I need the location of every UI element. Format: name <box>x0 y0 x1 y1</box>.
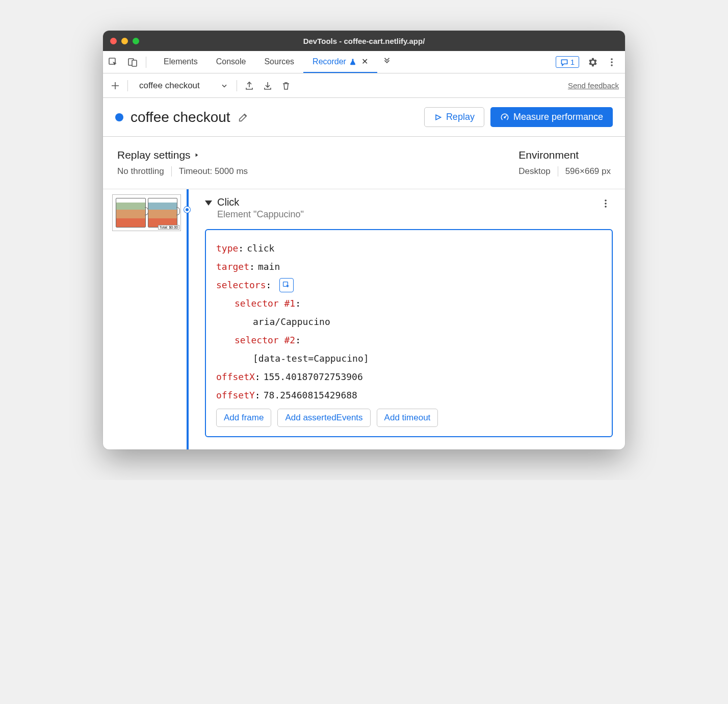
step-title: Click <box>217 196 304 208</box>
svg-point-6 <box>504 116 505 117</box>
tab-recorder[interactable]: Recorder ✕ <box>303 51 377 73</box>
minimize-window-button[interactable] <box>121 38 128 44</box>
window-title: DevTools - coffee-cart.netlify.app/ <box>103 37 625 45</box>
gauge-icon <box>500 113 509 122</box>
devtools-window: DevTools - coffee-cart.netlify.app/ Elem… <box>103 31 625 449</box>
environment-header: Environment <box>518 149 611 161</box>
recording-indicator <box>115 113 123 121</box>
detail-key-sel1: selector #1 <box>235 294 295 313</box>
svg-rect-2 <box>132 60 137 66</box>
divider <box>558 166 558 177</box>
detail-val-target[interactable]: main <box>258 258 280 276</box>
svg-point-5 <box>611 64 613 66</box>
thumb-cup <box>148 198 178 228</box>
divider <box>237 80 237 91</box>
detail-key-type: type <box>216 239 238 258</box>
issue-icon <box>560 58 568 66</box>
thumbnail-column: Total: $0.00 <box>103 189 185 449</box>
close-tab-icon[interactable]: ✕ <box>361 57 368 66</box>
recording-name: coffee checkout <box>139 81 200 91</box>
divider <box>127 80 128 91</box>
detail-val-sel1[interactable]: aria/Cappucino <box>253 313 330 331</box>
timeline-rail <box>187 189 202 449</box>
svg-point-4 <box>611 61 613 63</box>
delete-icon[interactable] <box>280 80 292 92</box>
play-icon <box>434 113 442 121</box>
tab-label: Console <box>216 57 246 66</box>
step-panel: Click Element "Cappucino" type: click ta… <box>202 189 625 449</box>
divider <box>171 166 172 177</box>
inspect-icon[interactable] <box>107 56 119 68</box>
add-timeout-button[interactable]: Add timeout <box>377 409 438 427</box>
detail-val-offsetx[interactable]: 155.40187072753906 <box>264 368 363 386</box>
tab-label: Sources <box>264 57 294 66</box>
replay-settings-label: Replay settings <box>117 149 191 161</box>
detail-val-offsety[interactable]: 78.25460815429688 <box>264 386 357 405</box>
step-thumbnail[interactable]: Total: $0.00 <box>112 194 181 231</box>
timeout-value: Timeout: 5000 ms <box>179 166 248 177</box>
traffic-lights <box>110 38 139 44</box>
step-subtitle: Element "Cappucino" <box>217 209 304 220</box>
step-header[interactable]: Click Element "Cappucino" <box>205 196 613 220</box>
edit-title-icon[interactable] <box>238 112 249 123</box>
tab-label: Elements <box>164 57 198 66</box>
detail-key-sel2: selector #2 <box>235 331 295 349</box>
caret-down-icon <box>205 200 212 206</box>
step-more-menu[interactable] <box>599 196 613 211</box>
close-window-button[interactable] <box>110 38 117 44</box>
tab-elements[interactable]: Elements <box>154 51 207 73</box>
tab-sources[interactable]: Sources <box>255 51 303 73</box>
svg-point-3 <box>611 58 613 60</box>
device-toggle-icon[interactable] <box>126 56 139 68</box>
caret-right-icon <box>194 152 200 158</box>
thumb-price: Total: $0.00 <box>158 225 179 230</box>
more-tabs-button[interactable] <box>377 51 397 73</box>
more-menu-icon[interactable] <box>606 56 618 68</box>
svg-point-8 <box>605 203 607 205</box>
chevron-down-icon <box>220 82 228 90</box>
environment-label: Environment <box>518 149 579 161</box>
maximize-window-button[interactable] <box>133 38 139 44</box>
device-value: Desktop <box>518 166 550 177</box>
recording-header: coffee checkout Replay Measure performan… <box>103 98 625 137</box>
add-frame-button[interactable]: Add frame <box>216 409 271 427</box>
detail-val-sel2[interactable]: [data-test=Cappucino] <box>253 349 369 368</box>
svg-point-7 <box>605 199 607 202</box>
settings-section: Replay settings No throttling Timeout: 5… <box>103 137 625 189</box>
measure-label: Measure performance <box>513 112 603 122</box>
throttling-value: No throttling <box>117 166 164 177</box>
svg-point-9 <box>605 206 607 208</box>
flask-icon <box>349 58 356 65</box>
add-asserted-events-button[interactable]: Add assertedEvents <box>277 409 370 427</box>
panel-tabs: Elements Console Sources Recorder ✕ <box>154 51 397 73</box>
replay-settings-header[interactable]: Replay settings <box>117 149 248 161</box>
measure-performance-button[interactable]: Measure performance <box>490 107 613 127</box>
tab-console[interactable]: Console <box>207 51 255 73</box>
devtools-tabbar: Elements Console Sources Recorder ✕ 1 <box>103 51 625 73</box>
timeline-step-dot <box>184 207 190 213</box>
steps-timeline: Total: $0.00 Click Element "Cappucino" t… <box>103 189 625 449</box>
viewport-value: 596×669 px <box>565 166 611 177</box>
divider <box>146 57 146 68</box>
import-icon[interactable] <box>262 80 274 92</box>
recorder-toolbar: coffee checkout Send feedback <box>103 73 625 98</box>
detail-key-target: target <box>216 258 249 276</box>
recording-select[interactable]: coffee checkout <box>134 79 230 93</box>
detail-key-offsety: offsetY <box>216 386 255 405</box>
thumb-cup <box>116 198 146 228</box>
badge-count: 1 <box>570 58 575 66</box>
window-titlebar: DevTools - coffee-cart.netlify.app/ <box>103 31 625 51</box>
recording-title: coffee checkout <box>131 109 230 125</box>
element-picker-icon[interactable] <box>279 278 294 292</box>
new-recording-button[interactable] <box>109 80 121 92</box>
step-details-box: type: click target: main selectors: sele… <box>205 229 613 437</box>
replay-label: Replay <box>446 112 475 122</box>
detail-val-type[interactable]: click <box>247 239 274 258</box>
replay-button[interactable]: Replay <box>424 107 484 127</box>
issues-badge[interactable]: 1 <box>556 56 579 68</box>
settings-gear-icon[interactable] <box>586 56 599 68</box>
export-icon[interactable] <box>243 80 255 92</box>
detail-key-selectors: selectors <box>216 276 266 294</box>
tab-label: Recorder <box>313 57 346 66</box>
send-feedback-link[interactable]: Send feedback <box>568 81 619 90</box>
